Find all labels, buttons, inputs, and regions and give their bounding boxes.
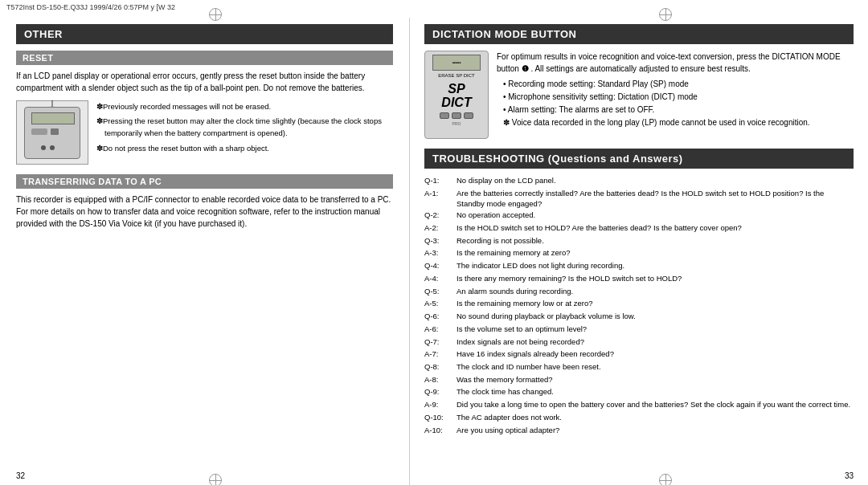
- rec-btn-2: [452, 112, 461, 119]
- reset-bullet-1: ✽Previously recorded messages will not b…: [96, 100, 393, 112]
- trouble-desc: Recording is not possible.: [457, 235, 854, 247]
- trouble-row: Q-8:The clock and ID number have been re…: [424, 361, 854, 373]
- trouble-row: Q-5:An alarm sounds during recording.: [424, 286, 854, 298]
- recorder-big-text: SPDICT: [441, 82, 471, 110]
- trouble-row: Q-4:The indicator LED does not light dur…: [424, 260, 854, 272]
- left-page-number: 32: [16, 471, 25, 480]
- transfer-section: TRANSFERRING DATA TO A PC This recorder …: [16, 174, 393, 230]
- recorder-bottom-label: PRO: [452, 121, 461, 126]
- rec-btn-3: [464, 112, 473, 119]
- trouble-label: A-8:: [424, 374, 453, 386]
- trouble-row: A-10:Are you using optical adapter?: [424, 425, 854, 437]
- trouble-row: A-4:Is there any memory remaining? Is th…: [424, 273, 854, 285]
- trouble-desc: No operation accepted.: [457, 210, 854, 222]
- page-header: T572Inst DS-150-E.Q33J 1999/4/26 0:57PM …: [6, 3, 175, 11]
- trouble-row: A-9:Did you take a long time to open the…: [424, 399, 854, 411]
- trouble-desc: No sound during playback or playback vol…: [457, 311, 854, 323]
- trouble-label: A-2:: [424, 222, 453, 234]
- trouble-desc: An alarm sounds during recording.: [457, 286, 854, 298]
- trouble-row: A-2:Is the HOLD switch set to HOLD? Are …: [424, 222, 854, 234]
- trouble-label: Q-6:: [424, 311, 453, 323]
- reset-header: RESET: [16, 51, 393, 65]
- trouble-row: Q-10:The AC adapter does not work.: [424, 412, 854, 424]
- dictation-intro: For optimum results in voice recognition…: [497, 51, 854, 75]
- recorder-mode-labels: ERASE SP DICT: [438, 73, 475, 79]
- rec-btn-1: [440, 112, 449, 119]
- trouble-label: A-10:: [424, 425, 453, 437]
- trouble-desc: The indicator LED does not light during …: [457, 260, 854, 272]
- dict-bullet-3: Alarm setting: The alarms are set to OFF…: [497, 104, 854, 116]
- trouble-label: Q-5:: [424, 286, 453, 298]
- trouble-row: Q-1:No display on the LCD panel.: [424, 175, 854, 187]
- trouble-label: Q-10:: [424, 412, 453, 424]
- trouble-desc: The AC adapter does not work.: [457, 412, 854, 424]
- trouble-label: Q-7:: [424, 336, 453, 348]
- trouble-row: A-7:Have 16 index signals already been r…: [424, 348, 854, 361]
- trouble-row: Q-6:No sound during playback or playback…: [424, 311, 854, 323]
- trouble-label: A-6:: [424, 324, 453, 336]
- trouble-label: Q-8:: [424, 361, 453, 373]
- reset-image-area: ↓ ✽Previously recorded messages will not…: [16, 100, 393, 165]
- trouble-row: A-8:Was the memory formatted?: [424, 374, 854, 386]
- recorder-illustration: ▪▪▪▪▪ ERASE SP DICT SPDICT PRO: [424, 51, 489, 139]
- troubleshooting-section: TROUBLESHOOTING (Questions and Answers) …: [424, 149, 854, 436]
- trouble-list: Q-1:No display on the LCD panel.A-1:Are …: [424, 175, 854, 436]
- device-illustration: ↓: [16, 100, 88, 165]
- trouble-row: Q-2:No operation accepted.: [424, 210, 854, 222]
- trouble-desc: Are the batteries correctly installed? A…: [457, 188, 854, 210]
- dict-bullet-4: Voice data recorded in the long play (LP…: [497, 116, 854, 129]
- trouble-header: TROUBLESHOOTING (Questions and Answers): [424, 149, 854, 169]
- trouble-desc: Did you take a long time to open the bat…: [457, 399, 854, 411]
- dictation-text-block: For optimum results in voice recognition…: [497, 51, 854, 139]
- trouble-desc: Is the remaining memory at zero?: [457, 247, 854, 259]
- trouble-label: A-7:: [424, 348, 453, 361]
- trouble-label: Q-2:: [424, 210, 453, 222]
- trouble-desc: Was the memory formatted?: [457, 374, 854, 386]
- trouble-desc: The clock and ID number have been reset.: [457, 361, 854, 373]
- trouble-label: A-5:: [424, 298, 453, 310]
- dict-bullet-1: Recording mode setting: Standard Play (S…: [497, 78, 854, 91]
- trouble-row: Q-3:Recording is not possible.: [424, 235, 854, 247]
- reset-bullets: ✽Previously recorded messages will not b…: [96, 100, 393, 157]
- trouble-label: Q-4:: [424, 260, 453, 272]
- trouble-desc: Index signals are not being recorded?: [457, 336, 854, 348]
- trouble-label: Q-9:: [424, 386, 453, 398]
- dictation-bullets: Recording mode setting: Standard Play (S…: [497, 78, 854, 129]
- reset-paragraph: If an LCD panel display or operational e…: [16, 70, 393, 94]
- other-section-header: OTHER: [16, 24, 393, 44]
- transfer-paragraph: This recorder is equipped with a PC/IF c…: [16, 194, 393, 230]
- trouble-row: A-1:Are the batteries correctly installe…: [424, 188, 854, 210]
- reset-bullet-2: ✽Pressing the reset button may alter the…: [96, 115, 393, 139]
- dictation-section: DICTATION MODE BUTTON ▪▪▪▪▪ ERASE SP DIC…: [424, 24, 854, 139]
- trouble-desc: Are you using optical adapter?: [457, 425, 854, 437]
- trouble-row: A-6:Is the volume set to an optimum leve…: [424, 324, 854, 336]
- trouble-label: A-9:: [424, 399, 453, 411]
- dictation-header: DICTATION MODE BUTTON: [424, 24, 854, 44]
- trouble-label: A-4:: [424, 273, 453, 285]
- trouble-desc: Have 16 index signals already been recor…: [457, 348, 854, 361]
- trouble-label: Q-1:: [424, 175, 453, 187]
- recorder-screen: ▪▪▪▪▪: [432, 55, 481, 71]
- trouble-desc: The clock time has changed.: [457, 386, 854, 398]
- trouble-desc: Is the HOLD switch set to HOLD? Are the …: [457, 222, 854, 234]
- transfer-header: TRANSFERRING DATA TO A PC: [16, 174, 393, 189]
- trouble-label: A-1:: [424, 188, 453, 210]
- right-page-number: 33: [845, 471, 854, 480]
- trouble-desc: Is there any memory remaining? Is the HO…: [457, 273, 854, 285]
- trouble-label: Q-3:: [424, 235, 453, 247]
- trouble-desc: No display on the LCD panel.: [457, 175, 854, 187]
- reset-bullet-3: ✽Do not press the reset button with a sh…: [96, 142, 393, 154]
- recorder-buttons: [440, 112, 473, 119]
- trouble-desc: Is the remaining memory low or at zero?: [457, 298, 854, 310]
- trouble-row: A-3:Is the remaining memory at zero?: [424, 247, 854, 259]
- reset-section: RESET If an LCD panel display or operati…: [16, 51, 393, 165]
- trouble-row: A-5:Is the remaining memory low or at ze…: [424, 298, 854, 310]
- trouble-row: Q-7:Index signals are not being recorded…: [424, 336, 854, 348]
- trouble-label: A-3:: [424, 247, 453, 259]
- dictation-content: ▪▪▪▪▪ ERASE SP DICT SPDICT PRO For optim…: [424, 51, 854, 139]
- dict-bullet-2: Microphone sensitivity setting: Dictatio…: [497, 91, 854, 104]
- trouble-row: Q-9:The clock time has changed.: [424, 386, 854, 398]
- trouble-desc: Is the volume set to an optimum level?: [457, 324, 854, 336]
